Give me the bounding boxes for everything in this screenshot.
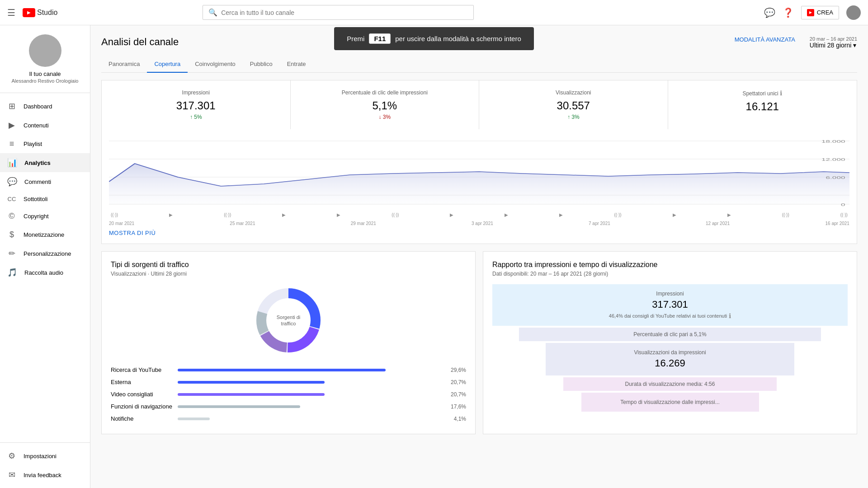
chart-icon: ▶ bbox=[282, 212, 286, 217]
chart-icon: ((·)) bbox=[782, 212, 789, 217]
nav-label: Personalizzazione bbox=[24, 250, 71, 257]
traffic-rows: Ricerca di YouTube 29,6% Esterna 20,7% V… bbox=[111, 364, 466, 425]
stat-impressioni-value: 317.301 bbox=[111, 99, 281, 112]
sidebar-item-commenti[interactable]: 💬 Commenti bbox=[0, 172, 90, 191]
crea-button[interactable]: CREA bbox=[801, 6, 839, 19]
nav-label: Dashboard bbox=[24, 103, 52, 110]
chart-container: 18.000 12.000 6.000 0 ((·)) ▶ ((·)) ▶ ▶ … bbox=[101, 129, 857, 244]
traffic-bar bbox=[178, 405, 300, 408]
funnel-title: Rapporto tra impressioni e tempo di visu… bbox=[492, 261, 848, 269]
tab-entrate[interactable]: Entrate bbox=[280, 56, 313, 73]
sidebar-item-monetizzazione[interactable]: $ Monetizzazione bbox=[0, 225, 90, 244]
sidebar-item-feedback[interactable]: ✉ Invia feedback bbox=[0, 465, 90, 484]
sidebar-item-playlist[interactable]: ≡ Playlist bbox=[0, 135, 90, 153]
date-period: Ultimi 28 giorni ▾ bbox=[810, 42, 857, 49]
sidebar-bottom: ⚙ Impostazioni ✉ Invia feedback bbox=[0, 442, 90, 488]
nav-label: Playlist bbox=[24, 141, 42, 147]
help-icon[interactable]: ❓ bbox=[783, 7, 794, 18]
copyright-icon: © bbox=[7, 211, 16, 221]
date-range: 20 mar – 16 apr 2021 bbox=[810, 36, 857, 42]
chart-icon: ▶ bbox=[559, 212, 563, 217]
chart-area: 18.000 12.000 6.000 0 bbox=[109, 136, 849, 209]
funnel-level-views: Visualizzazioni da impressioni 16.269 bbox=[546, 343, 794, 375]
nav-label: Analytics bbox=[24, 160, 51, 166]
stat-impressioni-label: Impressioni bbox=[111, 89, 281, 96]
sidebar-item-sottotitoli[interactable]: CC Sottotitoli bbox=[0, 191, 90, 207]
chart-x-labels: 20 mar 2021 25 mar 2021 29 mar 2021 3 ap… bbox=[109, 221, 849, 226]
donut-container: Sorgenti di traffico bbox=[111, 284, 466, 357]
donut-label: Sorgenti di traffico bbox=[270, 314, 307, 327]
funnel-container: Impressioni 317.301 46,4% dai consigli d… bbox=[492, 284, 848, 412]
studio-label: Studio bbox=[37, 9, 57, 17]
line-chart: 18.000 12.000 6.000 0 bbox=[109, 136, 849, 209]
sottotitoli-icon: CC bbox=[7, 196, 16, 202]
sidebar-item-impostazioni[interactable]: ⚙ Impostazioni bbox=[0, 446, 90, 465]
search-icon: 🔍 bbox=[208, 8, 217, 17]
tab-pubblico[interactable]: Pubblico bbox=[243, 56, 280, 73]
traffic-bar bbox=[178, 393, 325, 396]
tab-copertura[interactable]: Copertura bbox=[147, 56, 188, 73]
stat-spett-label: Spettatori unici ℹ bbox=[677, 89, 848, 97]
settings-icon: ⚙ bbox=[7, 451, 16, 461]
chart-icon: ▶ bbox=[505, 212, 508, 217]
channel-name: Il tuo canale bbox=[7, 70, 83, 77]
analytics-icon: 📊 bbox=[7, 158, 17, 168]
contenuti-icon: ▶ bbox=[7, 120, 16, 130]
search-input[interactable] bbox=[221, 9, 468, 16]
channel-info: Il tuo canale Alessandro Restivo Orologi… bbox=[0, 25, 90, 93]
search-bar[interactable]: 🔍 bbox=[203, 5, 474, 20]
page-header: Analisi del canale MODALITÀ AVANZATA 20 … bbox=[101, 36, 857, 49]
stat-ctr-change: ↓ 3% bbox=[300, 114, 470, 120]
stat-viz-change: ↑ 3% bbox=[488, 114, 659, 120]
stat-spettatori: Spettatori unici ℹ 16.121 bbox=[668, 80, 857, 129]
svg-text:0: 0 bbox=[841, 202, 845, 207]
menu-icon[interactable]: ☰ bbox=[7, 7, 15, 18]
sidebar-item-personalizzazione[interactable]: ✏ Personalizzazione bbox=[0, 244, 90, 263]
info-icon[interactable]: ℹ bbox=[729, 312, 731, 319]
svg-text:18.000: 18.000 bbox=[821, 139, 845, 144]
chart-icon: ((·)) bbox=[614, 212, 621, 217]
youtube-icon bbox=[23, 8, 35, 17]
sidebar: Il tuo canale Alessandro Restivo Orologi… bbox=[0, 25, 90, 488]
commenti-icon: 💬 bbox=[7, 177, 17, 187]
stat-ctr-value: 5,1% bbox=[300, 99, 470, 112]
nav-label: Contenuti bbox=[24, 122, 49, 129]
tab-coinvolgimento[interactable]: Coinvolgimento bbox=[188, 56, 243, 73]
advanced-mode-link[interactable]: MODALITÀ AVANZATA bbox=[735, 36, 795, 43]
nav-label: Raccolta audio bbox=[24, 269, 63, 276]
sidebar-item-copyright[interactable]: © Copyright bbox=[0, 207, 90, 225]
chart-icon: ▶ bbox=[450, 212, 453, 217]
page-title: Analisi del canale bbox=[101, 36, 179, 48]
sidebar-nav: ⊞ Dashboard ▶ Contenuti ≡ Playlist 📊 Ana… bbox=[0, 93, 90, 442]
main-content: Analisi del canale MODALITÀ AVANZATA 20 … bbox=[90, 25, 868, 488]
info-icon[interactable]: ℹ bbox=[780, 89, 782, 97]
date-selector[interactable]: 20 mar – 16 apr 2021 Ultimi 28 giorni ▾ bbox=[810, 36, 857, 49]
personalizzazione-icon: ✏ bbox=[7, 249, 16, 258]
sidebar-item-analytics[interactable]: 📊 Analytics bbox=[0, 153, 90, 172]
topbar-right: 💬 ❓ CREA bbox=[764, 5, 861, 20]
traffic-title: Tipi di sorgenti di traffico bbox=[111, 261, 466, 269]
message-icon[interactable]: 💬 bbox=[764, 7, 775, 18]
nav-label: Invia feedback bbox=[24, 472, 61, 479]
traffic-panel: Tipi di sorgenti di traffico Visualizzaz… bbox=[101, 251, 476, 434]
nav-label: Impostazioni bbox=[24, 453, 57, 460]
tab-panoramica[interactable]: Panoramica bbox=[101, 56, 147, 73]
dashboard-icon: ⊞ bbox=[7, 101, 16, 111]
sidebar-item-dashboard[interactable]: ⊞ Dashboard bbox=[0, 97, 90, 116]
avatar[interactable] bbox=[846, 5, 861, 20]
channel-avatar[interactable] bbox=[29, 34, 61, 67]
chart-icon: ▶ bbox=[169, 212, 173, 217]
stat-impressioni: Impressioni 317.301 ↑ 5% bbox=[102, 80, 291, 129]
nav-label: Copyright bbox=[24, 213, 49, 220]
chart-icon: ((·)) bbox=[840, 212, 848, 217]
funnel-level-watchtime: Tempo di visualizzazione dalle impressi.… bbox=[581, 393, 759, 412]
traffic-row: Funzioni di navigazione 17,6% bbox=[111, 400, 466, 413]
chart-icon: ▶ bbox=[673, 212, 676, 217]
nav-label: Sottotitoli bbox=[24, 196, 47, 202]
show-more-link[interactable]: MOSTRA DI PIÙ bbox=[109, 230, 849, 236]
bottom-panels: Tipi di sorgenti di traffico Visualizzaz… bbox=[101, 251, 857, 434]
traffic-subtitle: Visualizzazioni · Ultimi 28 giorni bbox=[111, 271, 466, 277]
playlist-icon: ≡ bbox=[7, 139, 16, 149]
sidebar-item-contenuti[interactable]: ▶ Contenuti bbox=[0, 116, 90, 135]
sidebar-item-raccolta[interactable]: 🎵 Raccolta audio bbox=[0, 263, 90, 282]
